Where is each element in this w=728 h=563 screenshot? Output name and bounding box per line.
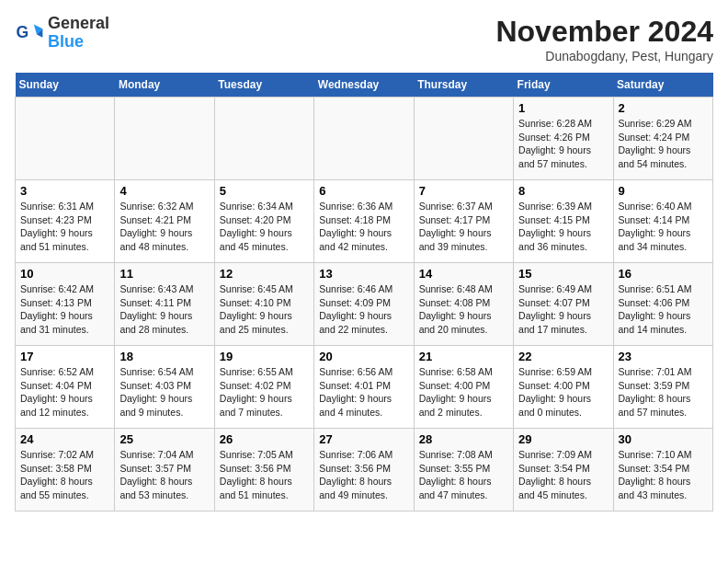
day-info: Sunrise: 6:32 AM Sunset: 4:21 PM Dayligh… xyxy=(119,200,209,254)
calendar-cell: 22Sunrise: 6:59 AM Sunset: 4:00 PM Dayli… xyxy=(514,346,613,429)
weekday-header-monday: Monday xyxy=(115,73,214,98)
day-info: Sunrise: 7:04 AM Sunset: 3:57 PM Dayligh… xyxy=(119,448,209,502)
calendar-cell: 24Sunrise: 7:02 AM Sunset: 3:58 PM Dayli… xyxy=(16,429,115,511)
day-number: 11 xyxy=(119,267,209,281)
day-info: Sunrise: 7:02 AM Sunset: 3:58 PM Dayligh… xyxy=(20,448,109,502)
day-info: Sunrise: 7:06 AM Sunset: 3:56 PM Dayligh… xyxy=(319,448,408,502)
calendar-cell xyxy=(115,98,214,180)
day-info: Sunrise: 6:55 AM Sunset: 4:02 PM Dayligh… xyxy=(220,365,309,419)
day-number: 1 xyxy=(518,101,608,115)
calendar-cell: 4Sunrise: 6:32 AM Sunset: 4:21 PM Daylig… xyxy=(115,180,214,263)
day-number: 19 xyxy=(220,350,309,363)
calendar-cell: 1Sunrise: 6:28 AM Sunset: 4:26 PM Daylig… xyxy=(514,98,613,180)
calendar-cell: 29Sunrise: 7:09 AM Sunset: 3:54 PM Dayli… xyxy=(514,429,613,511)
day-info: Sunrise: 6:52 AM Sunset: 4:04 PM Dayligh… xyxy=(20,365,109,419)
location-subtitle: Dunabogdany, Pest, Hungary xyxy=(495,49,713,63)
day-info: Sunrise: 6:54 AM Sunset: 4:03 PM Dayligh… xyxy=(119,365,209,419)
day-number: 15 xyxy=(518,267,608,281)
logo-text: General Blue xyxy=(48,15,109,52)
day-info: Sunrise: 6:34 AM Sunset: 4:20 PM Dayligh… xyxy=(220,200,309,254)
weekday-header-thursday: Thursday xyxy=(414,73,513,98)
day-info: Sunrise: 7:01 AM Sunset: 3:59 PM Dayligh… xyxy=(619,365,708,419)
calendar-cell: 30Sunrise: 7:10 AM Sunset: 3:54 PM Dayli… xyxy=(613,429,712,511)
header: G General Blue November 2024 Dunabogdany… xyxy=(15,15,713,63)
week-row-1: 1Sunrise: 6:28 AM Sunset: 4:26 PM Daylig… xyxy=(16,98,713,180)
weekday-header-friday: Friday xyxy=(514,73,613,98)
day-number: 22 xyxy=(518,350,608,363)
week-row-2: 3Sunrise: 6:31 AM Sunset: 4:23 PM Daylig… xyxy=(16,180,713,263)
calendar-cell: 15Sunrise: 6:49 AM Sunset: 4:07 PM Dayli… xyxy=(514,263,613,346)
calendar-cell: 7Sunrise: 6:37 AM Sunset: 4:17 PM Daylig… xyxy=(414,180,513,263)
day-number: 16 xyxy=(619,267,708,281)
day-number: 8 xyxy=(518,184,608,198)
weekday-header-wednesday: Wednesday xyxy=(314,73,414,98)
calendar-cell: 3Sunrise: 6:31 AM Sunset: 4:23 PM Daylig… xyxy=(16,180,115,263)
day-info: Sunrise: 7:05 AM Sunset: 3:56 PM Dayligh… xyxy=(220,448,309,502)
day-number: 12 xyxy=(220,267,309,281)
day-number: 5 xyxy=(220,184,309,198)
day-number: 20 xyxy=(319,350,408,363)
day-info: Sunrise: 6:49 AM Sunset: 4:07 PM Dayligh… xyxy=(518,282,608,337)
calendar-cell: 8Sunrise: 6:39 AM Sunset: 4:15 PM Daylig… xyxy=(514,180,613,263)
day-info: Sunrise: 6:56 AM Sunset: 4:01 PM Dayligh… xyxy=(319,365,408,419)
calendar-cell: 9Sunrise: 6:40 AM Sunset: 4:14 PM Daylig… xyxy=(613,180,712,263)
day-number: 21 xyxy=(419,350,508,363)
day-number: 9 xyxy=(619,184,708,198)
calendar-cell: 23Sunrise: 7:01 AM Sunset: 3:59 PM Dayli… xyxy=(613,346,712,429)
week-row-5: 24Sunrise: 7:02 AM Sunset: 3:58 PM Dayli… xyxy=(16,429,713,511)
day-info: Sunrise: 6:42 AM Sunset: 4:13 PM Dayligh… xyxy=(20,282,109,337)
weekday-header-row: SundayMondayTuesdayWednesdayThursdayFrid… xyxy=(16,73,713,98)
calendar-cell xyxy=(16,98,115,180)
weekday-header-tuesday: Tuesday xyxy=(214,73,313,98)
calendar-cell xyxy=(414,98,513,180)
logo-line1: General xyxy=(48,15,109,33)
calendar-cell: 11Sunrise: 6:43 AM Sunset: 4:11 PM Dayli… xyxy=(115,263,214,346)
day-info: Sunrise: 6:46 AM Sunset: 4:09 PM Dayligh… xyxy=(319,282,408,337)
week-row-4: 17Sunrise: 6:52 AM Sunset: 4:04 PM Dayli… xyxy=(16,346,713,429)
calendar-cell: 20Sunrise: 6:56 AM Sunset: 4:01 PM Dayli… xyxy=(314,346,414,429)
logo-icon: G xyxy=(15,18,44,48)
day-number: 25 xyxy=(119,432,209,446)
day-info: Sunrise: 6:43 AM Sunset: 4:11 PM Dayligh… xyxy=(119,282,209,337)
calendar-cell: 5Sunrise: 6:34 AM Sunset: 4:20 PM Daylig… xyxy=(214,180,313,263)
day-number: 7 xyxy=(419,184,508,198)
day-number: 10 xyxy=(20,267,109,281)
day-info: Sunrise: 6:45 AM Sunset: 4:10 PM Dayligh… xyxy=(220,282,309,337)
day-info: Sunrise: 6:48 AM Sunset: 4:08 PM Dayligh… xyxy=(419,282,508,337)
svg-text:G: G xyxy=(17,23,29,41)
calendar-cell: 19Sunrise: 6:55 AM Sunset: 4:02 PM Dayli… xyxy=(214,346,313,429)
day-info: Sunrise: 6:36 AM Sunset: 4:18 PM Dayligh… xyxy=(319,200,408,254)
calendar-cell: 26Sunrise: 7:05 AM Sunset: 3:56 PM Dayli… xyxy=(214,429,313,511)
calendar-cell xyxy=(314,98,414,180)
day-number: 28 xyxy=(419,432,508,446)
calendar-cell: 17Sunrise: 6:52 AM Sunset: 4:04 PM Dayli… xyxy=(16,346,115,429)
day-info: Sunrise: 6:37 AM Sunset: 4:17 PM Dayligh… xyxy=(419,200,508,254)
calendar-cell: 6Sunrise: 6:36 AM Sunset: 4:18 PM Daylig… xyxy=(314,180,414,263)
calendar-cell: 25Sunrise: 7:04 AM Sunset: 3:57 PM Dayli… xyxy=(115,429,214,511)
logo: G General Blue xyxy=(15,15,109,52)
day-number: 4 xyxy=(119,184,209,198)
day-number: 2 xyxy=(619,101,708,115)
calendar-cell: 21Sunrise: 6:58 AM Sunset: 4:00 PM Dayli… xyxy=(414,346,513,429)
day-number: 18 xyxy=(119,350,209,363)
calendar-cell: 16Sunrise: 6:51 AM Sunset: 4:06 PM Dayli… xyxy=(613,263,712,346)
month-title: November 2024 xyxy=(495,15,713,49)
day-info: Sunrise: 6:58 AM Sunset: 4:00 PM Dayligh… xyxy=(419,365,508,419)
day-number: 30 xyxy=(619,432,708,446)
day-number: 26 xyxy=(220,432,309,446)
day-info: Sunrise: 6:28 AM Sunset: 4:26 PM Dayligh… xyxy=(518,117,608,171)
day-info: Sunrise: 7:09 AM Sunset: 3:54 PM Dayligh… xyxy=(518,448,608,502)
day-info: Sunrise: 6:29 AM Sunset: 4:24 PM Dayligh… xyxy=(619,117,708,171)
title-area: November 2024 Dunabogdany, Pest, Hungary xyxy=(495,15,713,63)
week-row-3: 10Sunrise: 6:42 AM Sunset: 4:13 PM Dayli… xyxy=(16,263,713,346)
weekday-header-saturday: Saturday xyxy=(613,73,712,98)
calendar-cell: 10Sunrise: 6:42 AM Sunset: 4:13 PM Dayli… xyxy=(16,263,115,346)
calendar-cell: 2Sunrise: 6:29 AM Sunset: 4:24 PM Daylig… xyxy=(613,98,712,180)
calendar-cell: 18Sunrise: 6:54 AM Sunset: 4:03 PM Dayli… xyxy=(115,346,214,429)
weekday-header-sunday: Sunday xyxy=(16,73,115,98)
day-number: 29 xyxy=(518,432,608,446)
day-number: 3 xyxy=(20,184,109,198)
day-number: 14 xyxy=(419,267,508,281)
calendar-cell: 28Sunrise: 7:08 AM Sunset: 3:55 PM Dayli… xyxy=(414,429,513,511)
day-info: Sunrise: 6:39 AM Sunset: 4:15 PM Dayligh… xyxy=(518,200,608,254)
